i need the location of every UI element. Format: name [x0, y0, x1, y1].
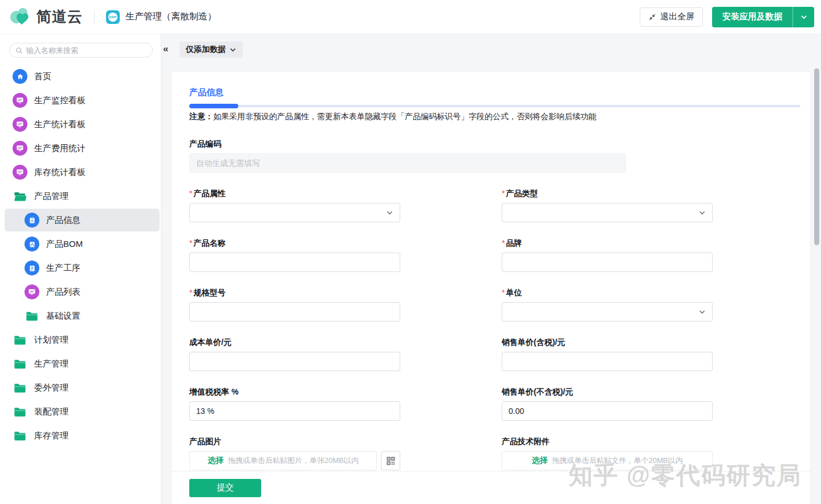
field-label: 规格型号 — [189, 288, 400, 297]
sidebar-group-basic-settings[interactable]: 基础设置 — [0, 304, 161, 328]
install-app-split-button: 安装应用及数据 — [712, 7, 814, 27]
sidebar-item-product-list[interactable]: 产品列表 — [0, 280, 161, 304]
collapse-sidebar-icon[interactable]: « — [163, 44, 168, 54]
vat-rate-input[interactable] — [189, 401, 400, 421]
sidebar-group-product-management[interactable]: 产品管理 — [0, 184, 161, 208]
field-product-image: 产品图片 选择 拖拽或单击后粘贴图片，单张20MB以内 — [189, 437, 400, 470]
sidebar-group-plan-management[interactable]: 计划管理 — [0, 328, 161, 352]
sidebar-item-production-cost-stats[interactable]: 生产费用统计 — [0, 136, 161, 160]
submit-button[interactable]: 提交 — [189, 479, 261, 497]
exit-fullscreen-button[interactable]: 退出全屏 — [640, 7, 703, 27]
dashboard-icon — [13, 93, 27, 108]
field-label: 产品类型 — [502, 189, 713, 198]
field-unit: 单位 — [502, 288, 713, 322]
sidebar-group-assembly-management[interactable]: 装配管理 — [0, 400, 161, 424]
sidebar-group-outsourcing-management[interactable]: 委外管理 — [0, 376, 161, 400]
field-product-type: 产品类型 — [502, 189, 713, 222]
folder-icon — [13, 407, 27, 417]
brand-input[interactable] — [502, 253, 713, 272]
field-label: 产品技术附件 — [502, 437, 713, 446]
add-data-only-dropdown[interactable]: 仅添加数据 — [180, 42, 243, 58]
sidebar-item-production-process[interactable]: 生产工序 — [0, 256, 161, 280]
app-badge-icon: ERP — [106, 10, 120, 24]
field-sale-price-without-tax: 销售单价(不含税)/元 — [502, 388, 713, 421]
chevron-down-icon — [698, 308, 706, 316]
dashboard-icon — [13, 165, 27, 180]
sidebar-item-product-info[interactable]: 产品信息 — [0, 208, 161, 232]
folder-icon — [13, 335, 27, 346]
vertical-scrollbar[interactable] — [814, 68, 819, 245]
sidebar-search[interactable] — [9, 43, 153, 58]
form-notice: 注意：如果采用非预设的产品属性，需更新本表单隐藏字段「产品编码标识号」字段的公式… — [189, 112, 810, 122]
clipboard-form-icon — [25, 213, 39, 227]
app-header: 简道云 ERP 生产管理（离散制造） 退出全屏 安装应用及数据 — [0, 0, 821, 34]
jiandaoyun-logo[interactable]: 简道云 — [9, 6, 83, 28]
sale-price-with-tax-input[interactable] — [502, 352, 713, 371]
sidebar-group-production-management[interactable]: 生产管理 — [0, 352, 161, 376]
header-divider — [94, 10, 95, 24]
search-input[interactable] — [26, 46, 140, 55]
upload-select-link[interactable]: 选择 — [208, 456, 223, 466]
spec-model-input[interactable] — [189, 302, 400, 322]
product-image-upload[interactable]: 选择 拖拽或单击后粘贴图片，单张20MB以内 — [189, 451, 377, 470]
field-label: 增值税税率 % — [189, 388, 400, 396]
qr-scan-button[interactable] — [381, 451, 400, 470]
notice-prefix: 注意： — [189, 112, 213, 121]
product-attribute-select[interactable] — [189, 203, 400, 222]
logo-heart-icon — [9, 6, 33, 28]
field-product-name: 产品名称 — [189, 239, 400, 272]
field-cost-unit-price: 成本单价/元 — [189, 338, 400, 371]
sidebar-group-inventory-management[interactable]: 库存管理 — [0, 424, 161, 448]
field-label: 单位 — [502, 288, 713, 297]
document-icon — [25, 261, 39, 275]
product-name-input[interactable] — [189, 253, 400, 272]
product-type-select[interactable] — [502, 203, 713, 222]
sidebar-nav: 首页 生产监控看板 生产统计看板 生产费用统计 库存统计看板 — [0, 64, 161, 448]
field-label: 产品图片 — [189, 437, 400, 446]
sidebar-item-production-monitor-board[interactable]: 生产监控看板 — [0, 88, 161, 112]
dashboard-icon — [13, 117, 27, 132]
sidebar-item-home[interactable]: 首页 — [0, 64, 161, 88]
sidebar-item-product-bom[interactable]: 产品BOM — [0, 232, 161, 256]
field-label: 产品名称 — [189, 239, 400, 247]
progress-track — [189, 105, 800, 107]
chevron-down-icon — [229, 46, 237, 54]
progress-fill — [189, 104, 238, 108]
chevron-down-icon — [698, 209, 706, 217]
qr-code-icon — [387, 457, 395, 465]
field-product-attribute: 产品属性 — [189, 189, 400, 222]
unit-select[interactable] — [502, 302, 713, 322]
field-product-attachment: 产品技术附件 选择 拖拽或单击后粘贴文件，单个20MB以内 — [502, 437, 713, 470]
field-spec-model: 规格型号 — [189, 288, 400, 322]
install-app-dropdown-button[interactable] — [792, 7, 814, 27]
field-vat-rate: 增值税税率 % — [189, 388, 400, 421]
main-area: « 仅添加数据 产品信息 注意：如果采用非预设的产品属性，需更新本表单隐藏字段「… — [161, 34, 821, 504]
form-progress-bar — [189, 104, 800, 108]
sidebar-item-production-stats-board[interactable]: 生产统计看板 — [0, 112, 161, 136]
product-attachment-upload[interactable]: 选择 拖拽或单击后粘贴文件，单个20MB以内 — [502, 451, 713, 470]
install-app-button[interactable]: 安装应用及数据 — [712, 7, 792, 27]
field-label: 销售单价(不含税)/元 — [502, 388, 713, 396]
form-footer: 提交 — [172, 471, 810, 504]
bom-tree-icon — [25, 237, 39, 251]
form-title: 产品信息 — [189, 87, 810, 98]
folder-icon — [13, 430, 27, 441]
field-label: 销售单价(含税)/元 — [502, 338, 713, 347]
notice-text: 如果采用非预设的产品属性，需更新本表单隐藏字段「产品编码标识号」字段的公式，否则… — [213, 112, 596, 121]
exit-fullscreen-icon — [648, 13, 656, 21]
folder-open-icon — [13, 191, 27, 202]
folder-icon — [25, 311, 39, 322]
sale-price-without-tax-input[interactable] — [502, 401, 713, 421]
field-sale-price-with-tax: 销售单价(含税)/元 — [502, 338, 713, 371]
upload-select-link[interactable]: 选择 — [532, 456, 548, 466]
chevron-down-icon — [386, 209, 393, 217]
dashboard-icon — [13, 141, 27, 156]
logo-text: 简道云 — [36, 7, 83, 27]
field-label: 产品属性 — [189, 189, 400, 198]
sidebar-item-inventory-stats-board[interactable]: 库存统计看板 — [0, 160, 161, 184]
cost-unit-price-input[interactable] — [189, 352, 400, 371]
dashboard-icon — [25, 284, 39, 299]
folder-icon — [13, 383, 27, 393]
field-brand: 品牌 — [502, 239, 713, 272]
field-label: 成本单价/元 — [189, 338, 400, 347]
